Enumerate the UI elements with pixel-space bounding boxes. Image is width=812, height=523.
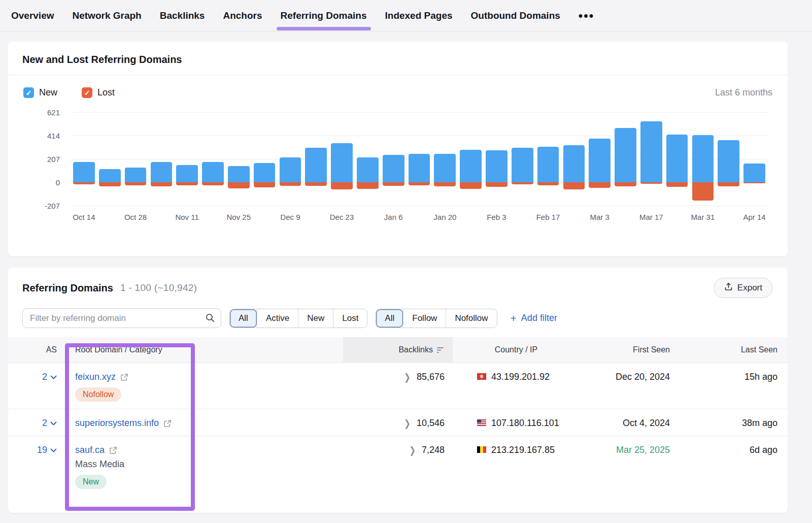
bar-new[interactable] <box>151 162 173 182</box>
tab-backlinks[interactable]: Backlinks <box>157 1 208 30</box>
tab-outbound-domains[interactable]: Outbound Domains <box>468 1 563 30</box>
column-header-last-seen[interactable]: Last Seen <box>686 337 788 363</box>
bar-lost[interactable] <box>434 182 456 186</box>
bar-new[interactable] <box>718 140 739 182</box>
bar-lost[interactable] <box>460 182 482 189</box>
bar-lost[interactable] <box>357 182 379 189</box>
bar-new[interactable] <box>73 162 95 182</box>
table-body: 2feixun.xyzNofollow❯85,676✻43.199.201.92… <box>8 363 788 496</box>
segment-status-active[interactable]: Active <box>257 309 298 328</box>
domain-link[interactable]: superiorsystems.info <box>75 418 159 429</box>
gridline <box>71 112 767 113</box>
bar-new[interactable] <box>228 166 250 182</box>
bar-lost[interactable] <box>718 182 739 186</box>
country-ip-cell: ✻43.199.201.92 <box>453 363 580 382</box>
bar-new[interactable] <box>176 165 198 182</box>
tab-referring-domains[interactable]: Referring Domains <box>278 1 370 30</box>
bar-new[interactable] <box>589 139 611 182</box>
bar-lost[interactable] <box>125 182 147 185</box>
bar-lost[interactable] <box>640 182 662 184</box>
tab-overview[interactable]: Overview <box>8 1 57 30</box>
bar-lost[interactable] <box>666 182 688 187</box>
segment-status-lost[interactable]: Lost <box>333 309 367 328</box>
tab-network-graph[interactable]: Network Graph <box>70 1 145 30</box>
export-icon <box>724 282 733 293</box>
segment-follow-all[interactable]: All <box>376 309 403 328</box>
bar-new[interactable] <box>743 164 765 182</box>
bar-new[interactable] <box>666 135 688 182</box>
bar-lost[interactable] <box>589 182 611 188</box>
domain-link[interactable]: sauf.ca <box>75 445 105 455</box>
bar-lost[interactable] <box>73 182 95 184</box>
segment-follow-nofollow[interactable]: Nofollow <box>446 309 496 328</box>
column-header-backlinks[interactable]: Backlinks <box>343 337 453 363</box>
add-filter-button[interactable]: + Add filter <box>511 313 557 323</box>
bar-new[interactable] <box>460 150 482 182</box>
bar-lost[interactable] <box>99 182 121 186</box>
bar-new[interactable] <box>692 135 714 182</box>
legend-new[interactable]: ✓New <box>23 87 57 98</box>
bar-new[interactable] <box>537 147 559 182</box>
checkbox-lost[interactable]: ✓ <box>82 87 92 98</box>
column-header-country-ip[interactable]: Country / IP <box>453 337 580 363</box>
bar-lost[interactable] <box>409 182 430 185</box>
bar-lost[interactable] <box>563 182 585 189</box>
bar-lost[interactable] <box>202 182 224 185</box>
chevron-right-icon[interactable]: ❯ <box>409 444 416 456</box>
bar-lost[interactable] <box>537 182 559 185</box>
chevron-right-icon[interactable]: ❯ <box>404 371 411 383</box>
ellipsis-icon[interactable]: ••• <box>576 11 597 21</box>
export-button[interactable]: Export <box>714 278 772 298</box>
bar-new[interactable] <box>383 155 404 182</box>
bar-new[interactable] <box>331 143 353 182</box>
bar-lost[interactable] <box>331 182 353 189</box>
column-header-first-seen[interactable]: First Seen <box>580 337 686 363</box>
column-header-root-domain-category[interactable]: Root Domain / Category <box>59 337 343 363</box>
search-icon[interactable] <box>205 312 216 325</box>
bar-new[interactable] <box>512 148 533 182</box>
bar-lost[interactable] <box>176 182 198 185</box>
bar-new[interactable] <box>99 169 121 182</box>
bar-lost[interactable] <box>383 182 404 186</box>
tab-indexed-pages[interactable]: Indexed Pages <box>382 1 456 30</box>
bar-lost[interactable] <box>228 182 250 188</box>
bar-new[interactable] <box>615 128 636 182</box>
as-cell[interactable]: 2 <box>8 409 59 429</box>
segment-status-all[interactable]: All <box>230 309 257 328</box>
legend-lost[interactable]: ✓Lost <box>82 87 115 98</box>
bar-new[interactable] <box>486 150 507 182</box>
as-cell[interactable]: 2 <box>8 363 59 382</box>
bar-new[interactable] <box>305 148 327 182</box>
bar-lost[interactable] <box>486 182 507 187</box>
as-cell[interactable]: 19 <box>8 436 59 455</box>
bar-new[interactable] <box>357 157 379 182</box>
bar-new[interactable] <box>280 157 301 182</box>
bar-new[interactable] <box>434 154 456 182</box>
tab-anchors[interactable]: Anchors <box>220 1 265 30</box>
column-header-as[interactable]: AS <box>8 337 59 363</box>
bar-new[interactable] <box>125 168 147 182</box>
bar-lost[interactable] <box>305 182 327 186</box>
last-seen-cell: 15h ago <box>686 363 788 382</box>
bar-new[interactable] <box>563 145 585 182</box>
bar-lost[interactable] <box>615 182 636 186</box>
bar-new[interactable] <box>640 121 662 182</box>
bar-lost[interactable] <box>280 182 301 186</box>
bar-new[interactable] <box>409 154 430 182</box>
segment-follow-follow[interactable]: Follow <box>403 309 446 328</box>
bar-lost[interactable] <box>512 182 533 184</box>
filter-input[interactable] <box>22 308 221 328</box>
x-axis-tick-label: Nov 25 <box>227 213 251 221</box>
bar-lost[interactable] <box>254 182 276 187</box>
table-row: 2superiorsystems.info❯10,546107.180.116.… <box>8 409 788 436</box>
bar-new[interactable] <box>202 162 224 182</box>
chevron-right-icon[interactable]: ❯ <box>404 417 411 429</box>
domain-link[interactable]: feixun.xyz <box>75 372 116 382</box>
x-axis-tick-label: Jan 20 <box>433 213 456 221</box>
bar-lost[interactable] <box>692 182 714 201</box>
bar-new[interactable] <box>254 163 276 182</box>
bar-lost[interactable] <box>151 182 173 186</box>
checkbox-new[interactable]: ✓ <box>23 87 34 98</box>
bar-lost[interactable] <box>743 182 765 183</box>
segment-status-new[interactable]: New <box>298 309 333 328</box>
